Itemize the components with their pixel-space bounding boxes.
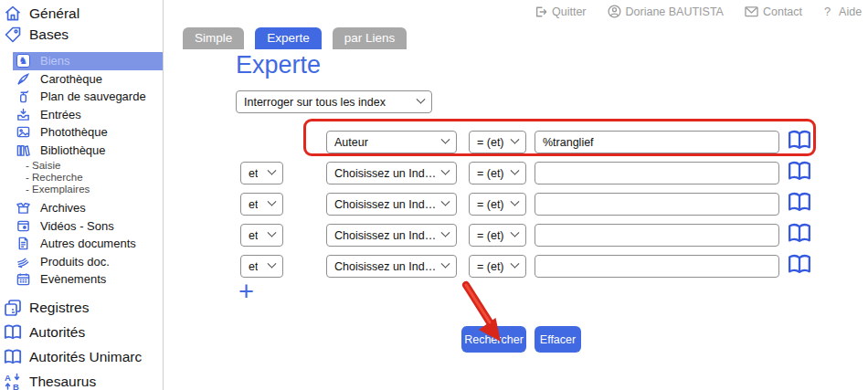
row2-value-input[interactable] bbox=[535, 162, 779, 184]
row3-index-lookup-book-icon[interactable] bbox=[788, 192, 811, 214]
sidebar-link-recherche[interactable]: - Recherche bbox=[0, 171, 163, 183]
aide-link[interactable]: ? Aide bbox=[823, 5, 862, 18]
chevron-down-icon bbox=[268, 259, 277, 269]
sidebar-item-label: Autres documents bbox=[40, 237, 136, 250]
extinguisher-icon bbox=[16, 90, 30, 103]
sidebar-item-bibliotheque[interactable]: Bibliothèque bbox=[0, 142, 163, 160]
page-title: Experte bbox=[236, 51, 321, 79]
row3-value-input[interactable] bbox=[535, 193, 779, 216]
quitter-link[interactable]: Quitter bbox=[535, 5, 587, 18]
row1-index-select[interactable]: Auteur bbox=[326, 131, 457, 153]
row5-index-lookup-book-icon[interactable] bbox=[788, 254, 811, 276]
svg-text:B: B bbox=[13, 382, 19, 390]
tab-par-liens[interactable]: par Liens bbox=[333, 27, 408, 49]
index-scope-select[interactable]: Interroger sur tous les index bbox=[236, 90, 432, 113]
row5-index-select[interactable]: Choisissez un Index... bbox=[326, 255, 457, 278]
add-row-plus-icon[interactable]: + bbox=[238, 279, 254, 305]
chevron-down-icon bbox=[268, 197, 277, 206]
video-icon bbox=[16, 219, 30, 233]
svg-text:?: ? bbox=[824, 5, 831, 18]
row1-value-input[interactable] bbox=[535, 131, 779, 153]
chevron-down-icon bbox=[511, 166, 520, 175]
sidebar-item-label: Entrées bbox=[40, 108, 81, 121]
sidebar-item-label: Evènements bbox=[40, 272, 106, 286]
row2-index-select[interactable]: Choisissez un Index... bbox=[326, 162, 457, 184]
sidebar-item-autres-documents[interactable]: Autres documents bbox=[0, 235, 163, 253]
row5-boolean-select[interactable]: et bbox=[240, 255, 283, 278]
sidebar-item-general[interactable]: Général bbox=[0, 3, 163, 24]
tag-icon bbox=[4, 26, 22, 44]
sidebar-item-evenements[interactable]: Evènements bbox=[0, 270, 163, 289]
sidebar-item-biens[interactable]: ♞ Biens bbox=[13, 52, 163, 70]
pages-fan-icon bbox=[16, 255, 30, 269]
sidebar-item-carotheque[interactable]: Carothèque bbox=[0, 70, 163, 89]
chevron-down-icon bbox=[511, 228, 520, 237]
row2-operator-select[interactable]: = (et) bbox=[469, 162, 526, 184]
knight-icon: ♞ bbox=[16, 54, 30, 68]
home-icon bbox=[4, 5, 22, 23]
row3-index-select[interactable]: Choisissez un Index... bbox=[326, 193, 457, 216]
sidebar-item-autorites-unimarc[interactable]: Autorités Unimarc bbox=[0, 345, 163, 370]
help-icon: ? bbox=[823, 5, 834, 18]
row4-operator-select[interactable]: = (et) bbox=[469, 224, 526, 247]
sidebar-item-label: Bibliothèque bbox=[40, 143, 106, 157]
tab-experte[interactable]: Experte bbox=[255, 27, 322, 49]
sidebar-item-plan-sauvegarde[interactable]: Plan de sauvegarde bbox=[0, 88, 163, 106]
sidebar-item-label: Registres bbox=[29, 300, 89, 316]
row4-boolean-select[interactable]: et bbox=[240, 224, 283, 247]
row4-value-input[interactable] bbox=[535, 224, 779, 247]
sidebar-item-videos-sons[interactable]: Vidéos - Sons bbox=[0, 217, 163, 236]
sidebar-item-label: Plan de sauvegarde bbox=[40, 90, 146, 103]
chevron-down-icon bbox=[441, 166, 450, 175]
chevron-down-icon bbox=[268, 166, 277, 175]
sidebar-item-label: Biens bbox=[40, 54, 70, 68]
row4-index-lookup-book-icon[interactable] bbox=[788, 223, 811, 245]
sidebar-item-label: Autorités Unimarc bbox=[29, 349, 142, 365]
header-bar: Quitter Doriane BAUTISTA Contact ? Aide … bbox=[535, 5, 863, 18]
sidebar-item-thesaurus[interactable]: AB Thesaurus bbox=[0, 370, 163, 390]
inbox-icon bbox=[16, 108, 30, 121]
sidebar-link-saisie[interactable]: - Saisie bbox=[0, 159, 163, 171]
sidebar-item-archives[interactable]: Archives bbox=[0, 199, 163, 217]
chevron-down-icon bbox=[511, 135, 520, 144]
sidebar-item-label: Vidéos - Sons bbox=[40, 219, 114, 233]
sidebar: Général Bases ♞ Biens Carothèque Plan de… bbox=[0, 0, 164, 390]
sidebar-item-label: Thesaurus bbox=[29, 374, 96, 390]
sidebar-item-bases[interactable]: Bases bbox=[0, 24, 163, 45]
mail-icon bbox=[745, 5, 758, 17]
chevron-down-icon bbox=[511, 259, 520, 269]
sidebar-item-label: Carothèque bbox=[40, 72, 102, 86]
sidebar-item-registres[interactable]: Registres bbox=[0, 296, 163, 321]
books-icon bbox=[16, 143, 30, 157]
row5-operator-select[interactable]: = (et) bbox=[469, 255, 526, 278]
row4-index-select[interactable]: Choisissez un Index... bbox=[326, 224, 457, 247]
quill-icon bbox=[16, 72, 30, 86]
sidebar-link-exemplaires[interactable]: - Exemplaires bbox=[0, 183, 163, 195]
contact-link[interactable]: Contact bbox=[745, 5, 802, 18]
row1-index-lookup-book-icon[interactable] bbox=[788, 130, 811, 152]
calendar-icon bbox=[16, 272, 30, 286]
user-icon bbox=[608, 5, 621, 18]
copies-icon bbox=[4, 299, 22, 317]
effacer-button[interactable]: Effacer bbox=[535, 326, 581, 353]
sidebar-item-label: Autorités bbox=[29, 324, 85, 341]
sidebar-item-entrees[interactable]: Entrées bbox=[0, 106, 163, 124]
sidebar-item-produits-doc[interactable]: Produits doc. bbox=[0, 253, 163, 271]
row2-index-lookup-book-icon[interactable] bbox=[788, 161, 811, 183]
rechercher-button[interactable]: Rechercher bbox=[461, 326, 526, 353]
sidebar-item-phototheque[interactable]: Photothèque bbox=[0, 123, 163, 142]
row3-operator-select[interactable]: = (et) bbox=[469, 193, 526, 216]
sidebar-item-label: Archives bbox=[40, 201, 86, 215]
open-book-icon bbox=[4, 323, 22, 342]
sidebar-item-autorites[interactable]: Autorités bbox=[0, 321, 163, 345]
row5-value-input[interactable] bbox=[535, 255, 779, 278]
user-menu[interactable]: Doriane BAUTISTA bbox=[608, 5, 724, 18]
tab-simple[interactable]: Simple bbox=[183, 27, 244, 49]
chevron-down-icon bbox=[268, 228, 277, 237]
row1-operator-select[interactable]: = (et) bbox=[469, 131, 526, 153]
row2-boolean-select[interactable]: et bbox=[240, 162, 283, 184]
sort-ab-icon: AB bbox=[4, 373, 22, 390]
chevron-down-icon bbox=[441, 197, 450, 206]
chevron-down-icon bbox=[511, 197, 520, 206]
row3-boolean-select[interactable]: et bbox=[240, 193, 283, 216]
